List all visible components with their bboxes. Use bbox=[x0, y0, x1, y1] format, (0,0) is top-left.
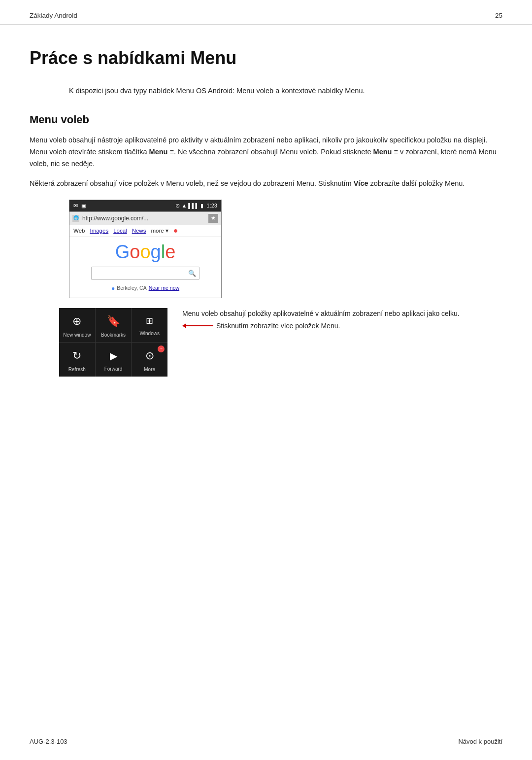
menu-item-bookmarks[interactable]: 🔖 Bookmarks bbox=[96, 308, 132, 342]
location-link[interactable]: Near me now bbox=[149, 284, 179, 292]
section1-para1: Menu voleb obsahují nástroje aplikovatel… bbox=[30, 135, 502, 170]
search-box[interactable]: 🔍 bbox=[91, 267, 200, 280]
more-icon: ⊙ bbox=[145, 347, 154, 364]
arrow-tip-icon bbox=[182, 323, 186, 328]
main-content: Práce s nabídkami Menu K dispozici jsou … bbox=[0, 25, 532, 416]
url-text: http://www.google.com/... bbox=[82, 214, 205, 223]
bookmarks-icon: 🔖 bbox=[107, 313, 120, 329]
menu-grid-mockup: ⊕ New window 🔖 Bookmarks ⊞ Windows bbox=[59, 308, 167, 377]
intro-section: K dispozici jsou dva typy nabídek Menu O… bbox=[30, 85, 502, 97]
browser-urlbar: 🌐 http://www.google.com/... ★ bbox=[69, 211, 221, 225]
search-input[interactable] bbox=[95, 270, 188, 277]
statusbar-right: ⊙ ▲ ▌▌▌ ▮ 1:23 bbox=[175, 202, 217, 210]
nav-more[interactable]: more ▾ bbox=[151, 227, 168, 235]
refresh-icon: ↻ bbox=[72, 347, 81, 364]
menu-row-2: ↻ Refresh ▶ Forward ⊙ More → bbox=[59, 343, 167, 377]
section1-para2: Některá zobrazení obsahují více položek … bbox=[30, 178, 502, 190]
statusbar-signal-icon: ▲ bbox=[181, 202, 187, 210]
page-title: Práce s nabídkami Menu bbox=[30, 45, 502, 71]
browser-nav: Web Images Local News more ▾ ● bbox=[69, 225, 221, 237]
forward-icon: ▶ bbox=[110, 348, 117, 363]
menu-item-windows[interactable]: ⊞ Windows bbox=[132, 308, 167, 342]
statusbar-left: ✉ ▣ bbox=[73, 202, 86, 210]
footer-left: AUG-2.3-103 bbox=[30, 737, 67, 747]
intro-text: K dispozici jsou dva typy nabídek Menu O… bbox=[69, 85, 502, 97]
bookmarks-label: Bookmarks bbox=[101, 331, 126, 339]
menu-item-more[interactable]: ⊙ More → bbox=[132, 343, 167, 377]
browser-mockup: ✉ ▣ ⊙ ▲ ▌▌▌ ▮ 1:23 🌐 http://www.google.c… bbox=[69, 200, 222, 298]
page-container: Základy Android 25 Práce s nabídkami Men… bbox=[0, 0, 532, 760]
page-header: Základy Android 25 bbox=[0, 0, 532, 25]
statusbar-signal-bars: ▌▌▌ bbox=[188, 202, 199, 209]
annotation-text: Stisknutím zobrazíte více položek Menu. bbox=[216, 320, 460, 331]
statusbar-square-icon: ▣ bbox=[81, 202, 86, 209]
menu-item-forward[interactable]: ▶ Forward bbox=[96, 343, 132, 377]
urlbar-button[interactable]: ★ bbox=[208, 214, 218, 223]
menu-item-new-window[interactable]: ⊕ New window bbox=[59, 308, 96, 342]
arrow-line bbox=[186, 325, 213, 326]
favicon-icon: 🌐 bbox=[72, 215, 79, 222]
page-number: 25 bbox=[495, 11, 502, 21]
location-bar: ● Berkeley, CA Near me now bbox=[75, 284, 215, 293]
nav-dot-icon: ● bbox=[173, 227, 178, 235]
footer-right: Návod k použití bbox=[458, 737, 502, 747]
new-window-icon: ⊕ bbox=[72, 313, 81, 329]
google-logo: Google bbox=[75, 242, 215, 263]
more-red-indicator: → bbox=[158, 345, 165, 352]
browser-body: Google 🔍 ● Berkeley, CA Near me now bbox=[69, 237, 221, 298]
location-city: Berkeley, CA bbox=[117, 284, 147, 292]
annotation-arrow bbox=[182, 323, 213, 328]
page-footer: AUG-2.3-103 Návod k použití bbox=[30, 737, 502, 747]
menu-item-refresh[interactable]: ↻ Refresh bbox=[59, 343, 96, 377]
statusbar-battery-icon: ▮ bbox=[200, 202, 203, 210]
forward-label: Forward bbox=[104, 365, 123, 373]
browser-statusbar: ✉ ▣ ⊙ ▲ ▌▌▌ ▮ 1:23 bbox=[69, 200, 221, 211]
new-window-label: New window bbox=[63, 331, 91, 339]
statusbar-envelope-icon: ✉ bbox=[73, 202, 78, 210]
windows-icon: ⊞ bbox=[146, 314, 153, 328]
more-label: More bbox=[144, 366, 155, 373]
urlbar-btn-icon: ★ bbox=[211, 214, 216, 222]
nav-news[interactable]: News bbox=[132, 227, 146, 235]
nav-images[interactable]: Images bbox=[90, 227, 108, 235]
menu-description-text: Menu voleb obsahují položky aplikovateln… bbox=[182, 308, 460, 319]
statusbar-wifi-icon: ⊙ bbox=[175, 202, 180, 210]
more-annotation: Stisknutím zobrazíte více položek Menu. bbox=[182, 320, 460, 331]
statusbar-time: 1:23 bbox=[207, 202, 217, 210]
menu-row-1: ⊕ New window 🔖 Bookmarks ⊞ Windows bbox=[59, 308, 167, 343]
nav-web[interactable]: Web bbox=[73, 227, 85, 235]
refresh-label: Refresh bbox=[68, 366, 86, 373]
breadcrumb: Základy Android bbox=[30, 11, 77, 21]
menu-section: ⊕ New window 🔖 Bookmarks ⊞ Windows bbox=[59, 308, 502, 377]
search-icon: 🔍 bbox=[188, 269, 196, 278]
nav-local[interactable]: Local bbox=[113, 227, 127, 235]
menu-description-area: Menu voleb obsahují položky aplikovateln… bbox=[182, 308, 460, 331]
section1-heading: Menu voleb bbox=[30, 111, 502, 128]
windows-label: Windows bbox=[139, 330, 160, 337]
location-dot-icon: ● bbox=[111, 284, 115, 293]
